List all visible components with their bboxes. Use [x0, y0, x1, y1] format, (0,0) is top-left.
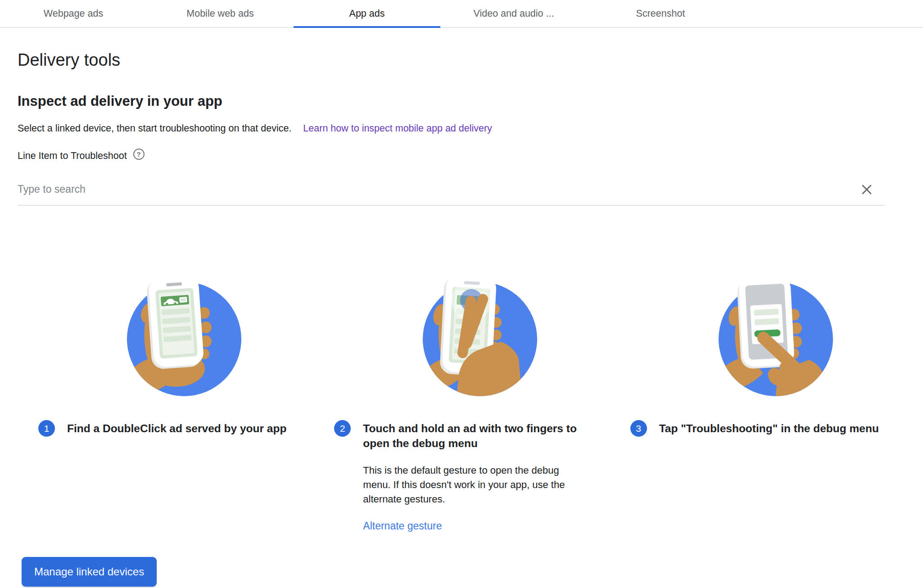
step-1: 1 Find a DoubleClick ad served by your a…	[18, 273, 313, 532]
step-3-number-badge: 3	[630, 420, 647, 437]
manage-linked-devices-button[interactable]: Manage linked devices	[22, 557, 157, 587]
step-1-row: 1 Find a DoubleClick ad served by your a…	[38, 420, 310, 437]
tab-app-ads[interactable]: App ads	[294, 0, 440, 27]
step-1-illustration	[38, 273, 310, 399]
page-title: Delivery tools	[18, 50, 905, 70]
two-finger-touch-illustration	[417, 273, 543, 399]
step-1-title: Find a DoubleClick ad served by your app	[67, 421, 286, 436]
step-2-title: Touch and hold an ad with two fingers to…	[363, 421, 595, 451]
tab-webpage-ads[interactable]: Webpage ads	[0, 0, 147, 27]
alternate-gesture-link[interactable]: Alternate gesture	[363, 520, 442, 532]
step-3-title: Tap "Troubleshooting" in the debug menu	[659, 421, 879, 436]
search-input[interactable]	[18, 173, 828, 205]
tab-bar: Webpage ads Mobile web ads App ads Video…	[0, 0, 923, 28]
line-item-search-field	[18, 173, 885, 206]
main-content: Delivery tools Inspect ad delivery in yo…	[0, 50, 923, 532]
step-2-illustration	[334, 273, 606, 399]
step-2-description: This is the default gesture to open the …	[363, 463, 584, 507]
tab-video-and-audio[interactable]: Video and audio ...	[440, 0, 587, 27]
line-item-label-row: Line Item to Troubleshoot ?	[18, 150, 905, 162]
line-item-label: Line Item to Troubleshoot	[18, 150, 127, 162]
description-row: Select a linked device, then start troub…	[18, 123, 905, 134]
learn-link[interactable]: Learn how to inspect mobile app ad deliv…	[303, 123, 492, 134]
finger-tapping-debug-menu-illustration	[713, 273, 839, 399]
tab-mobile-web-ads[interactable]: Mobile web ads	[147, 0, 294, 27]
ad-banner-graphic	[161, 295, 189, 306]
steps-section: 1 Find a DoubleClick ad served by your a…	[18, 273, 905, 532]
tab-screenshot[interactable]: Screenshot	[587, 0, 734, 27]
section-heading: Inspect ad delivery in your app	[18, 93, 905, 109]
phone-graphic	[146, 275, 204, 370]
step-3-row: 3 Tap "Troubleshooting" in the debug men…	[630, 420, 902, 437]
hand-holding-phone-with-ad-illustration	[121, 273, 247, 399]
description-text: Select a linked device, then start troub…	[18, 123, 291, 134]
step-2-number-badge: 2	[334, 420, 351, 437]
close-icon	[860, 183, 873, 196]
step-2: 2 Touch and hold an ad with two fingers …	[313, 273, 609, 532]
step-3-illustration	[630, 273, 902, 399]
step-2-row: 2 Touch and hold an ad with two fingers …	[334, 420, 606, 532]
clear-search-button[interactable]	[860, 182, 874, 197]
step-3: 3 Tap "Troubleshooting" in the debug men…	[610, 273, 905, 532]
step-1-number-badge: 1	[38, 420, 55, 437]
help-icon[interactable]: ?	[133, 149, 145, 160]
